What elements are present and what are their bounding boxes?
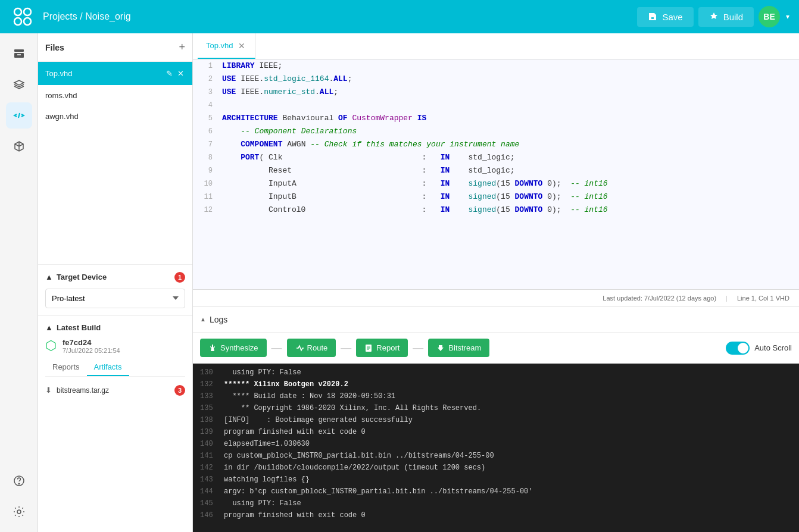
latest-build-header[interactable]: ▲ Latest Build [45,323,185,332]
sidebar-settings-icon[interactable] [6,499,32,525]
sidebar-layers-icon[interactable] [6,71,32,98]
file-name: roms.vhd [45,91,77,100]
target-device-header[interactable]: ▲ Target Device 1 [45,272,185,283]
toggle-knob [738,343,748,353]
file-item-roms-vhd[interactable]: roms.vhd [38,85,192,106]
build-tabs: Reports Artifacts [45,359,185,377]
build-status-icon: ⬡ [45,338,57,353]
code-line: 2 USE IEEE.std_logic_1164.ALL; [193,73,799,86]
latest-build-title: Latest Build [57,323,101,332]
build-item: ⬡ fe7cd24 7/Jul/2022 05:21:54 [45,338,185,354]
editor-tab-label: Top.vhd [206,41,233,50]
file-panel-header: Files + [38,33,192,62]
terminal-line: 144 argv: b'cp custom_pblock_INSTR0_part… [200,487,792,499]
report-button[interactable]: Report [356,339,408,357]
build-button[interactable]: Build [698,7,754,27]
terminal-output[interactable]: 130 using PTY: False 132 ****** Xilinx B… [193,364,799,532]
code-line: 6 -- Component Declarations [193,125,799,138]
topbar: Projects / Noise_orig Save Build BE ▾ [0,0,799,33]
build-toolbar: Synthesize — Route — Report — Bitstream [193,333,799,364]
add-file-button[interactable]: + [179,41,185,54]
cursor-position-status: Line 1, Col 1 VHD [737,295,789,302]
last-updated-status: Last updated: 7/Jul/2022 (12 days ago) [603,295,716,302]
terminal-line: 139 program finished with exit code 0 [200,428,792,440]
sidebar-cube-icon[interactable] [6,133,32,159]
code-line: 12 Control0 : IN signed(15 DOWNTO 0); --… [193,204,799,217]
code-editor[interactable]: 1 LIBRARY IEEE; 2 USE IEEE.std_logic_116… [193,60,799,289]
code-line: 4 [193,99,799,112]
svg-rect-4 [14,49,24,52]
target-device-chevron-icon: ▲ [45,273,53,281]
file-name: Top.vhd [45,69,73,78]
code-line: 1 LIBRARY IEEE; [193,60,799,73]
separator-1: — [271,342,282,354]
device-selector[interactable]: Pro-latest Pro-stable Enterprise [45,289,185,308]
file-item-top-vhd[interactable]: Top.vhd ✎ ✕ [38,62,192,85]
terminal-line: 143 watching logfiles {} [200,475,792,487]
build-hash: fe7cd24 [63,338,185,347]
topbar-actions: Save Build BE ▾ [637,6,789,27]
bitstream-button[interactable]: Bitstream [428,339,489,357]
main-layout: Files + Top.vhd ✎ ✕ roms.vhd awgn.vhd ▲ … [0,33,799,532]
synthesize-button[interactable]: Synthesize [200,339,267,357]
code-line: 10 InputA : IN signed(15 DOWNTO 0); -- i… [193,177,799,190]
tab-bar: Top.vhd ✕ [193,33,799,60]
route-button[interactable]: Route [287,339,336,357]
svg-point-1 [24,8,31,15]
save-button[interactable]: Save [637,7,693,27]
files-title: Files [45,43,64,52]
sidebar-archive-icon[interactable] [6,40,32,67]
code-line: 5 ARCHITECTURE Behavioural OF CustomWrap… [193,112,799,125]
code-line: 8 PORT( Clk : IN std_logic; [193,151,799,164]
code-line: 3 USE IEEE.numeric_std.ALL; [193,86,799,99]
sidebar-code-icon[interactable] [6,102,32,129]
terminal-line: 140 elapsedTime=1.030630 [200,440,792,452]
logs-header: ▲ Logs [193,306,799,333]
target-device-title: Target Device [57,273,107,281]
svg-line-6 [18,113,20,118]
file-list: Top.vhd ✎ ✕ roms.vhd awgn.vhd [38,62,192,264]
build-date: 7/Jul/2022 05:21:54 [63,347,185,354]
status-bar: Last updated: 7/Jul/2022 (12 days ago) |… [193,289,799,306]
code-line: 7 COMPONENT AWGN -- Check if this matche… [193,138,799,151]
close-file-button[interactable]: ✕ [176,68,185,79]
terminal-line: 133 **** Build date : Nov 18 2020-09:50:… [200,392,792,404]
rename-file-button[interactable]: ✎ [165,68,174,79]
tab-artifacts[interactable]: Artifacts [87,359,129,376]
tab-close-button[interactable]: ✕ [237,41,246,51]
terminal-line: 138 [INFO] : Bootimage generated success… [200,416,792,428]
editor-tab-top-vhd[interactable]: Top.vhd ✕ [198,33,255,59]
terminal-line: 132 ****** Xilinx Bootgen v2020.2 [200,380,792,392]
svg-point-9 [17,510,21,514]
autoscroll-switch[interactable] [726,342,750,355]
terminal-line: 145 using PTY: False [200,499,792,511]
avatar[interactable]: BE [759,6,780,27]
autoscroll-label: Auto Scroll [754,343,792,352]
sidebar-help-icon[interactable] [6,468,32,494]
svg-point-0 [14,8,21,15]
avatar-chevron-icon[interactable]: ▾ [786,12,789,21]
terminal-line: 141 cp custom_pblock_INSTR0_partial.bit.… [200,452,792,464]
terminal-line: 142 in dir /buildbot/cloudcompile/2022/o… [200,464,792,475]
terminal-line: 146 program finished with exit code 0 [200,511,792,523]
target-device-badge: 1 [174,272,185,283]
latest-build-chevron-icon: ▲ [45,323,53,332]
artifact-name: bitstreams.tar.gz [57,386,109,395]
artifact-item[interactable]: ⬇ bitstreams.tar.gz 3 [45,381,185,399]
logs-chevron-icon[interactable]: ▲ [200,316,206,323]
svg-rect-5 [14,53,24,58]
terminal-line: 130 using PTY: False [200,368,792,380]
artifact-badge: 3 [174,385,185,396]
svg-point-8 [18,483,20,484]
file-item-awgn-vhd[interactable]: awgn.vhd [38,106,192,127]
terminal-line: 135 ** Copyright 1986-2020 Xilinx, Inc. … [200,404,792,416]
editor-area: Top.vhd ✕ 1 LIBRARY IEEE; 2 USE IEEE.std… [193,33,799,532]
code-line: 9 Reset : IN std_logic; [193,164,799,177]
target-device-section: ▲ Target Device 1 Pro-latest Pro-stable … [38,264,192,315]
tab-reports[interactable]: Reports [45,359,87,376]
app-logo [10,4,36,30]
breadcrumb: Projects / Noise_orig [43,11,630,22]
svg-point-3 [24,18,31,25]
logs-title-label: Logs [210,315,227,324]
autoscroll-toggle: Auto Scroll [726,342,792,355]
